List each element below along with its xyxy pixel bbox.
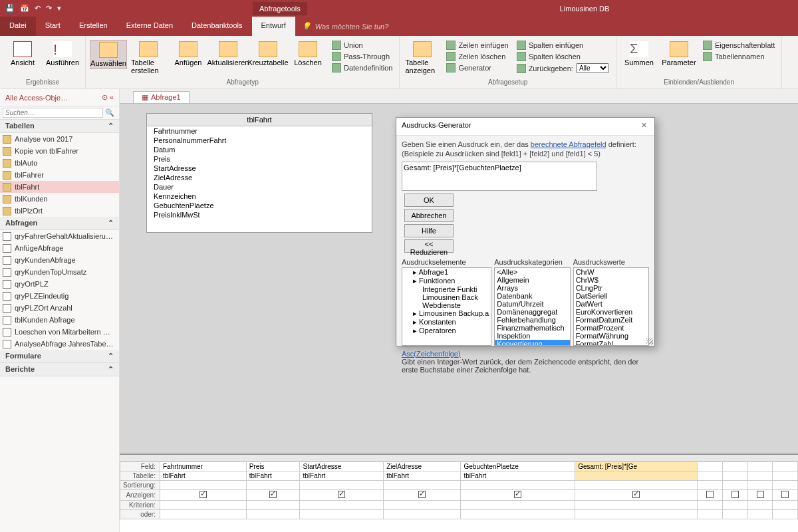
function-syntax-link[interactable]: Asc(Zeichenfolge)	[402, 350, 461, 358]
qbe-cell[interactable]: StartAdresse	[300, 462, 384, 471]
value-item[interactable]: DatSeriell	[574, 292, 648, 300]
qbe-cell[interactable]	[747, 481, 773, 490]
qbe-cell[interactable]	[246, 501, 300, 510]
qbe-cell[interactable]	[575, 490, 698, 501]
category-item[interactable]: Domänenaggregat	[495, 308, 569, 316]
qbe-cell[interactable]	[575, 501, 698, 510]
nav-item[interactable]: qryPLZEindeutig	[0, 290, 119, 302]
qbe-cell[interactable]	[300, 501, 384, 510]
value-item[interactable]: DatWert	[574, 300, 648, 308]
qbe-cell[interactable]	[246, 490, 300, 501]
expression-elements-tree[interactable]: ▸ Abfrage1▸ FunktionenIntegrierte Funkti…	[402, 267, 491, 346]
field-item[interactable]: Dauer	[147, 182, 372, 192]
field-item[interactable]: ZielAdresse	[147, 173, 372, 182]
crosstab-button[interactable]: Kreuztabelle	[249, 40, 287, 68]
resize-grip-icon[interactable]	[646, 338, 653, 344]
update-button[interactable]: Aktualisieren	[209, 40, 247, 68]
insert-cols-button[interactable]: Spalten einfügen	[514, 40, 612, 51]
nav-header[interactable]: Alle Access-Obje…⊙ «	[0, 89, 119, 106]
nav-item[interactable]: qryKundenTopUmsatz	[0, 266, 119, 278]
reduce-button[interactable]: << Reduzieren	[404, 239, 454, 253]
qbe-cell[interactable]: tblFahrt	[300, 471, 384, 481]
qbe-cell[interactable]	[773, 510, 798, 519]
tab-externe-daten[interactable]: Externe Daten	[117, 17, 182, 36]
tree-item[interactable]: ▸ Abfrage1	[402, 268, 491, 277]
tree-item[interactable]: Integrierte Funkti	[402, 285, 491, 293]
tree-item[interactable]: ▸ Funktionen	[402, 277, 491, 285]
tab-datenbanktools[interactable]: Datenbanktools	[182, 17, 251, 36]
nav-item[interactable]: AnfügeAbfrage	[0, 242, 119, 254]
qbe-cell[interactable]	[160, 490, 246, 501]
passthrough-button[interactable]: Pass-Through	[329, 51, 395, 62]
table-names-button[interactable]: Tabellennamen	[700, 51, 778, 62]
qbe-cell[interactable]: tblFahrt	[461, 471, 575, 481]
category-item[interactable]: Fehlerbehandlung	[495, 316, 569, 324]
source-table[interactable]: tblFahrt FahrtnummerPersonalnummerFahrtD…	[146, 113, 372, 233]
value-item[interactable]: FormatProzent	[574, 324, 648, 332]
value-item[interactable]: ChrW$	[574, 276, 648, 284]
qbe-cell[interactable]	[300, 490, 384, 501]
nav-item[interactable]: tblAuto	[0, 157, 119, 169]
qbe-cell[interactable]	[773, 490, 798, 501]
qbe-cell[interactable]	[160, 481, 246, 490]
qbe-cell[interactable]	[723, 501, 748, 510]
nav-item[interactable]: tblFahrt	[0, 181, 119, 193]
qbe-cell[interactable]: tblFahrt	[384, 471, 461, 481]
nav-group[interactable]: Tabellen⌃	[0, 120, 119, 133]
field-item[interactable]: PersonalnummerFahrt	[147, 136, 372, 145]
qbe-cell[interactable]	[461, 481, 575, 490]
category-item[interactable]: Arrays	[495, 284, 569, 292]
category-item[interactable]: Datenbank	[495, 292, 569, 300]
field-item[interactable]: PreisInklMwSt	[147, 210, 372, 219]
search-input[interactable]	[3, 108, 103, 118]
make-table-button[interactable]: Tabelle erstellen	[130, 40, 167, 76]
qbe-cell[interactable]	[384, 510, 461, 519]
select-query-button[interactable]: Auswählen	[90, 40, 127, 69]
nav-item[interactable]: Analyse von 2017	[0, 133, 119, 145]
qbe-cell[interactable]	[575, 510, 698, 519]
value-item[interactable]: FormatWährung	[574, 332, 648, 340]
tree-item[interactable]: ▸ Operatoren	[402, 327, 491, 335]
category-item[interactable]: <Alle>	[495, 268, 569, 276]
qbe-cell[interactable]	[246, 481, 300, 490]
tab-entwurf[interactable]: Entwurf	[252, 17, 295, 36]
value-item[interactable]: EuroKonvertieren	[574, 308, 648, 316]
field-item[interactable]: Datum	[147, 145, 372, 154]
qbe-cell[interactable]	[698, 481, 723, 490]
doc-tab-abfrage1[interactable]: ▦ Abfrage1	[133, 91, 190, 103]
splitter[interactable]	[120, 455, 798, 462]
qbe-cell[interactable]	[384, 490, 461, 501]
close-icon[interactable]: ✕	[638, 121, 649, 132]
expression-input[interactable]: Gesamt: [Preis]*[GebuchtenPlaetze]	[402, 162, 597, 191]
qbe-cell[interactable]	[747, 490, 773, 501]
qbe-cell[interactable]	[773, 471, 798, 481]
nav-item[interactable]: tblPlzOrt	[0, 205, 119, 217]
nav-item[interactable]: tblFahrer	[0, 169, 119, 181]
nav-item[interactable]: AnalyseAbfrage JahresTabellen	[0, 338, 119, 350]
qbe-cell[interactable]	[160, 501, 246, 510]
qbe-cell[interactable]: Preis	[246, 462, 300, 471]
qbe-cell[interactable]	[461, 510, 575, 519]
nav-item[interactable]: Kopie von tblFahrer	[0, 145, 119, 157]
qbe-cell[interactable]	[461, 501, 575, 510]
qbe-cell[interactable]	[698, 501, 723, 510]
view-button[interactable]: Ansicht	[4, 40, 41, 68]
qa-calendar-icon[interactable]: 📅	[20, 4, 29, 13]
delete-rows-button[interactable]: Zeilen löschen	[444, 51, 511, 62]
tree-item[interactable]: ▸ Limousinen Backup.a	[402, 309, 491, 318]
category-item[interactable]: Allgemein	[495, 276, 569, 284]
qa-redo-icon[interactable]: ↷	[46, 4, 52, 13]
show-table-button[interactable]: Tabelle anzeigen	[404, 40, 441, 76]
qbe-cell[interactable]	[773, 462, 798, 471]
nav-item[interactable]: qryKundenAbfrage	[0, 254, 119, 266]
category-item[interactable]: Datum/Uhrzeit	[495, 300, 569, 308]
datadef-button[interactable]: Datendefinition	[329, 63, 395, 73]
qa-undo-icon[interactable]: ↶	[35, 4, 41, 13]
category-item[interactable]: Inspektion	[495, 332, 569, 340]
field-item[interactable]: Kennzeichen	[147, 192, 372, 201]
nav-item[interactable]: qryFahrerGehaltAktualisierung…	[0, 230, 119, 242]
tree-item[interactable]: ▸ Konstanten	[402, 318, 491, 327]
qbe-cell[interactable]	[723, 462, 748, 471]
delete-cols-button[interactable]: Spalten löschen	[514, 51, 612, 62]
value-item[interactable]: FormatDatumZeit	[574, 316, 648, 324]
